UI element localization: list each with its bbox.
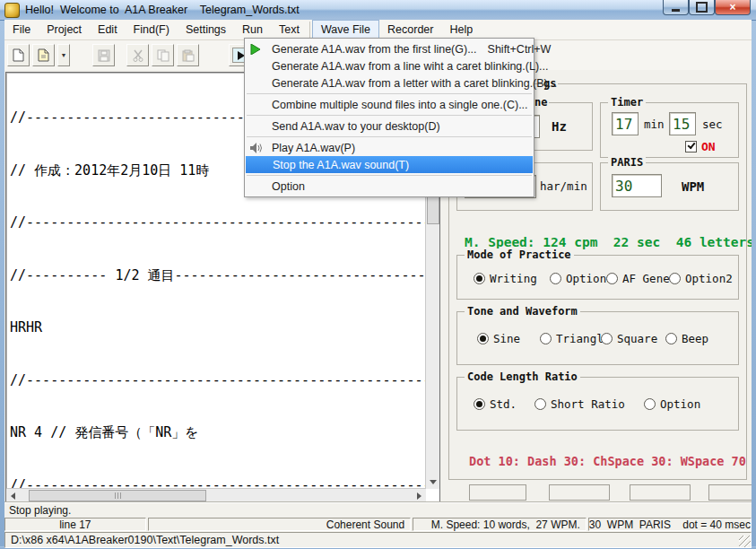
tone-waveform-groupbox: Tone and Waveform Sine Triangle Square B… <box>456 311 739 365</box>
editor-line: //--------------------------------------… <box>10 372 425 390</box>
menu-item-generate-line-caret[interactable]: Generate A1A.wav from a line wiht a care… <box>245 57 534 74</box>
timer-min-label: min <box>644 118 665 131</box>
radio-writing[interactable]: Writing <box>474 272 537 285</box>
menu-help[interactable]: Help <box>441 21 481 39</box>
copy-button[interactable] <box>152 44 174 66</box>
scroll-left-icon <box>11 492 15 500</box>
menu-text[interactable]: Text <box>271 21 308 39</box>
speaker-icon <box>250 143 263 153</box>
timer-on-toggle[interactable]: ON <box>685 140 716 153</box>
scroll-right-icon <box>417 492 421 500</box>
app-icon <box>4 3 20 18</box>
status-speed-cell: M. Speed: 10 words, 27 WPM. <box>413 518 587 531</box>
menu-wave-file[interactable]: Wave File <box>312 20 379 39</box>
menu-item-stop-wav[interactable]: Stop the A1A.wav sound(T) <box>246 156 533 173</box>
new-file-button[interactable] <box>7 44 30 66</box>
scroll-down-button[interactable] <box>426 475 439 489</box>
minimize-icon <box>672 9 680 12</box>
panel-mini-box <box>630 484 691 501</box>
status-wpm-cell: 30 WPM PARIS dot = 40 msec <box>588 518 752 531</box>
cut-button[interactable] <box>126 44 149 66</box>
radio-option2-icon <box>669 273 681 284</box>
menu-item-generate-first-line[interactable]: Generate A1A.wav from the first line(G).… <box>245 40 534 57</box>
paris-wpm-unit: WPM <box>682 179 704 194</box>
close-icon: × <box>729 1 735 13</box>
close-button[interactable]: × <box>715 0 751 15</box>
radio-beep[interactable]: Beep <box>665 332 708 345</box>
menu-item-send-desktop[interactable]: Send A1A.wav to your desktop(D) <box>245 118 534 135</box>
titlebar[interactable]: Hello! Welcome to A1A Breaker Telegram_W… <box>0 0 756 21</box>
window-frame-left <box>0 20 4 549</box>
code-length-ratio-label: Code Length Ratio <box>465 370 580 383</box>
dropdown-arrow-icon: ▼ <box>61 52 67 58</box>
cut-icon <box>132 49 144 62</box>
open-dropdown-button[interactable]: ▼ <box>57 44 70 66</box>
new-file-icon <box>13 48 24 62</box>
window-controls: × <box>663 0 751 15</box>
menu-settings[interactable]: Settings <box>178 21 234 39</box>
tone-groupbox-label: ne <box>533 96 549 109</box>
radio-af-gene[interactable]: AF Gene <box>606 272 670 285</box>
editor-line: HRHR <box>10 319 425 337</box>
tone-hz-unit: Hz <box>552 119 567 134</box>
radio-option1[interactable]: Option1 <box>550 272 613 285</box>
minimize-button[interactable] <box>663 0 689 15</box>
copy-icon <box>157 49 169 62</box>
radio-ratio-option-icon <box>644 398 656 410</box>
status-message: Stop playing. <box>9 504 71 517</box>
editor-line: //---------- 1/2 通目---------------------… <box>10 267 425 285</box>
scroll-right-button[interactable] <box>413 489 426 502</box>
app-window: Hello! Welcome to A1A Breaker Telegram_W… <box>0 0 756 549</box>
mode-of-practice-label: Mode of Practice <box>465 248 574 261</box>
menu-item-combine-files[interactable]: Combine multiple sound files into a sing… <box>245 96 534 113</box>
radio-short-ratio[interactable]: Short Ratio <box>534 397 625 411</box>
window-title: Hello! Welcome to A1A Breaker Telegram_W… <box>25 4 300 16</box>
timer-groupbox: Timer min sec ON <box>600 102 739 158</box>
radio-square-icon <box>601 333 613 344</box>
save-button[interactable] <box>92 44 115 66</box>
radio-option2[interactable]: Option2 <box>669 272 733 285</box>
menu-item-play-wav[interactable]: Play A1A.wav(P) <box>245 139 534 156</box>
radio-sine[interactable]: Sine <box>477 332 520 345</box>
panel-mini-box <box>549 484 610 501</box>
menu-run[interactable]: Run <box>234 21 271 39</box>
paris-wpm-input[interactable] <box>612 174 662 197</box>
panel-mini-box <box>469 484 526 501</box>
radio-std[interactable]: Std. <box>474 397 517 411</box>
save-icon <box>98 49 110 62</box>
radio-triangle[interactable]: Triangle <box>540 332 610 345</box>
scroll-left-button[interactable] <box>6 489 20 502</box>
menu-project[interactable]: Project <box>39 21 90 39</box>
menu-separator <box>247 93 532 94</box>
menu-file[interactable]: File <box>4 21 39 39</box>
menu-item-generate-letter-caret[interactable]: Generate A1A.wav from a letter with a ca… <box>245 74 534 92</box>
maximize-button[interactable] <box>689 0 715 15</box>
timer-min-input[interactable] <box>612 112 639 135</box>
menu-recorder[interactable]: Recorder <box>379 21 441 39</box>
radio-sine-icon <box>477 333 489 344</box>
code-length-ratio-groupbox: Code Length Ratio Std. Short Ratio Optio… <box>456 377 739 431</box>
resize-grip[interactable] <box>739 536 751 547</box>
char-speed-unit: har/min <box>540 179 587 193</box>
radio-ratio-option[interactable]: Option <box>644 397 700 411</box>
mode-of-practice-groupbox: Mode of Practice Writing Option1 AF Gene… <box>456 255 739 300</box>
menu-shortcut: Shift+Ctrl+W <box>488 43 552 56</box>
timer-on-checkbox[interactable] <box>685 141 697 152</box>
horizontal-scrollbar[interactable] <box>6 488 426 502</box>
paste-button[interactable] <box>177 44 199 66</box>
paste-icon <box>182 49 195 62</box>
menu-find[interactable]: Find(F) <box>126 21 178 39</box>
timer-sec-input[interactable] <box>669 112 696 135</box>
scroll-down-icon <box>430 480 437 484</box>
radio-beep-icon <box>665 333 677 344</box>
menu-item-option[interactable]: Option <box>245 178 534 195</box>
menubar-divider <box>309 22 310 38</box>
menu-edit[interactable]: Edit <box>90 21 126 39</box>
status-line-cell: line 17 <box>4 518 146 531</box>
radio-square[interactable]: Square <box>601 332 657 345</box>
status-path-bar: D:\x86 x64\A1ABreaker0190\Text\Telegram_… <box>4 532 752 548</box>
radio-af-gene-icon <box>606 273 618 284</box>
horizontal-scroll-thumb[interactable] <box>29 490 206 501</box>
editor-line: //--------------------------------------… <box>10 214 425 232</box>
open-file-button[interactable] <box>32 44 55 66</box>
